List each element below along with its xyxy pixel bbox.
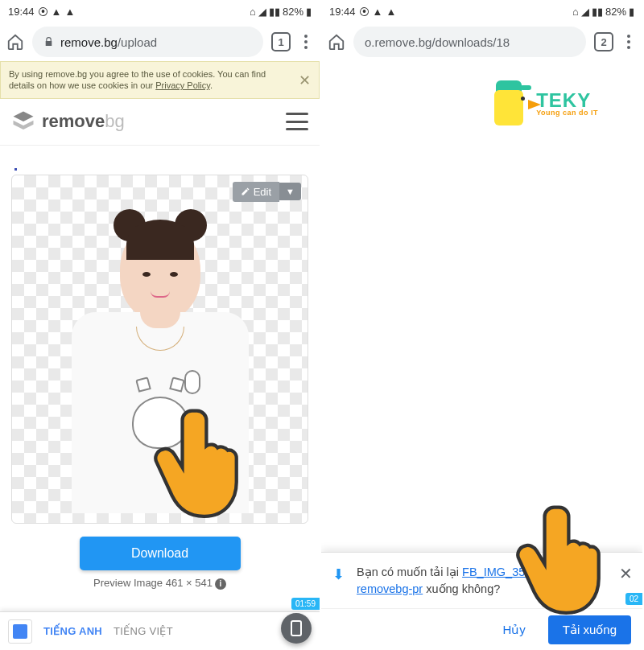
tab-removed-bg[interactable] — [14, 154, 18, 166]
rec-icon: ⦿ — [38, 6, 48, 18]
download-icon: ⬇ — [332, 566, 345, 583]
wifi-icon: ◢ — [258, 6, 266, 18]
battery-text: 82% — [605, 6, 626, 18]
warn-icon: ▲ — [64, 6, 75, 18]
signal-icon: ▮▮ — [269, 6, 280, 18]
status-time: 19:44 — [8, 6, 35, 18]
warn-icon: ▲ — [373, 6, 383, 18]
privacy-link[interactable]: Privacy Policy — [155, 80, 210, 90]
home-icon[interactable] — [328, 33, 345, 51]
logo-icon — [11, 109, 35, 134]
teky-slogan: Young can do IT — [536, 109, 598, 117]
home-icon[interactable] — [6, 33, 24, 51]
menu-icon[interactable] — [621, 34, 636, 50]
status-time: 19:44 — [329, 6, 356, 18]
teky-bird-icon — [491, 80, 531, 125]
recording-time: 02 — [625, 593, 642, 605]
tabs-button[interactable]: 2 — [594, 32, 613, 51]
edit-dropdown[interactable]: ▼ — [279, 183, 301, 200]
translate-bar: TIẾNG ANH TIẾNG VIỆT — [0, 611, 320, 650]
tabs-button[interactable]: 1 — [271, 32, 291, 51]
lock-icon — [43, 36, 54, 47]
recording-time: 01:59 — [291, 598, 320, 610]
menu-icon[interactable] — [299, 34, 313, 50]
bluetooth-icon: ⌂ — [250, 6, 256, 18]
status-bar: 19:44 ⦿ ▲ ▲ ⌂ ◢ ▮▮ 82% ▮ — [321, 0, 642, 23]
teky-logo: TEKY Young can do IT — [491, 80, 598, 125]
url-host: remove.bg — [60, 35, 118, 49]
download-button[interactable]: Download — [80, 537, 241, 570]
battery-text: 82% — [283, 6, 303, 18]
browser-toolbar: o.remove.bg/downloads/18 2 — [321, 23, 642, 61]
signal-icon: ▮▮ — [592, 6, 603, 18]
cookie-banner: By using remove.bg you agree to the use … — [0, 61, 320, 99]
wifi-icon: ◢ — [581, 6, 589, 18]
close-icon[interactable]: ✕ — [619, 564, 633, 583]
url-bar[interactable]: remove.bg/upload — [32, 27, 263, 57]
battery-icon: ▮ — [306, 6, 312, 18]
info-icon[interactable]: i — [215, 578, 226, 590]
status-bar: 19:44 ⦿ ▲ ▲ ⌂ ◢ ▮▮ 82% ▮ — [0, 0, 320, 23]
phone-icon — [291, 620, 302, 636]
pointer-hand-icon — [149, 402, 254, 531]
battery-icon: ▮ — [629, 6, 634, 18]
pointer-hand-icon — [511, 499, 616, 627]
preview-size-text: Preview Image 461 × 541i — [0, 577, 320, 590]
tabs-row — [14, 154, 305, 170]
google-translate-icon[interactable] — [8, 619, 32, 644]
warn-icon: ▲ — [52, 6, 62, 18]
bluetooth-icon: ⌂ — [572, 6, 579, 18]
url-path: /upload — [118, 35, 157, 49]
browser-toolbar: remove.bg/upload 1 — [0, 23, 320, 61]
app-header: removebg — [0, 99, 320, 146]
warn-icon: ▲ — [386, 6, 396, 18]
hamburger-icon[interactable] — [286, 113, 308, 130]
url-text: o.remove.bg/downloads/18 — [365, 35, 510, 49]
rec-icon: ⦿ — [359, 6, 369, 18]
lang-english[interactable]: TIẾNG ANH — [43, 625, 102, 637]
screenshot-left: 19:44 ⦿ ▲ ▲ ⌂ ◢ ▮▮ 82% ▮ remove.bg/uploa… — [0, 0, 321, 650]
lang-vietnamese[interactable]: TIẾNG VIỆT — [114, 625, 173, 637]
url-bar[interactable]: o.remove.bg/downloads/18 — [353, 27, 586, 57]
removebg-logo[interactable]: removebg — [11, 109, 125, 134]
reader-fab[interactable] — [281, 613, 312, 644]
close-icon[interactable]: ✕ — [299, 72, 311, 90]
